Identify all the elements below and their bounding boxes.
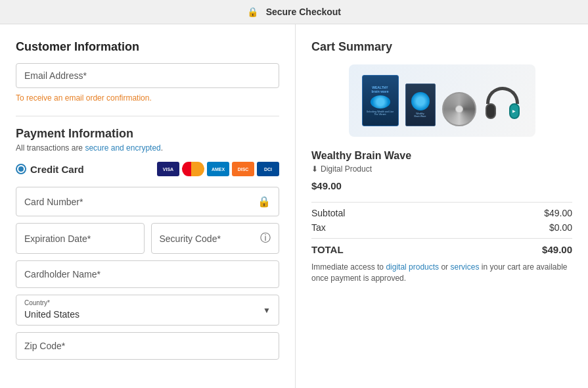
diners-logo: DCI [257,162,279,176]
country-wrapper[interactable]: Country* United States Canada United Kin… [16,295,279,326]
tax-label: Tax [311,222,326,233]
card-number-input[interactable] [24,197,258,207]
email-field-wrapper[interactable] [16,63,279,88]
total-row: TOTAL $49.00 [311,244,572,255]
amex-logo: AMEX [207,162,229,176]
lock-icon: 🔒 [247,7,258,17]
card-lock-icon: 🔒 [258,195,271,208]
digital-badge: ⬇ Digital Product [311,164,572,174]
card-logos: VISA AMEX DISC DCI [157,162,279,176]
secure-text: All transactions are secure and encrypte… [16,143,279,153]
left-panel: Customer Information To receive an email… [0,24,296,388]
section-divider [16,116,279,116]
top-bar: 🔒 Secure Checkout [0,0,588,24]
cd-center [455,105,463,113]
country-select[interactable]: United States Canada United Kingdom [24,306,271,325]
zip-field[interactable] [16,332,279,360]
book-main: WEALTHYbrain wave Unlocking Wealth and L… [362,75,399,126]
expiration-input[interactable] [24,233,136,244]
total-value: $49.00 [542,244,572,255]
headphone-left-cup [486,103,496,119]
payment-title: Payment Information [16,127,279,141]
book-subtitle: Unlocking Wealth and Live The Vibrant [365,110,396,116]
subtotal-label: Subtotal [311,208,345,218]
note-mid: or [439,262,450,272]
product-name: Wealthy Brain Wave [311,150,572,162]
headphone-right-cup: ▶ [509,103,520,119]
tax-value: $0.00 [549,222,572,233]
summary-divider-2 [311,238,572,239]
download-icon: ⬇ [311,164,318,174]
note-prefix: Immediate access to [311,262,386,272]
headphone-band [486,87,519,104]
exp-security-row: ⓘ [16,223,279,254]
secure-suffix: . [161,143,163,153]
right-panel: Cart Summary WEALTHYbrain wave Unlocking… [296,24,588,388]
headphone-display: ▶ [512,109,516,113]
product-type-label: Digital Product [321,164,372,174]
payment-method-row: Credit Card VISA AMEX DISC DCI [16,162,279,176]
book-spine-image [411,92,430,110]
country-label: Country* [24,295,271,306]
headphones: ▶ [483,87,522,126]
summary-note: Immediate access to digital products or … [311,262,572,284]
total-label: TOTAL [311,244,344,255]
security-field[interactable]: ⓘ [151,223,280,254]
customer-title: Customer Information [16,40,279,54]
credit-card-label: Credit Card [30,164,84,175]
zip-input[interactable] [24,341,271,351]
email-input[interactable] [24,70,271,81]
summary-divider-1 [311,202,572,203]
product-image-area: WEALTHYbrain wave Unlocking Wealth and L… [311,64,572,137]
book-title-text: WEALTHYbrain wave [372,85,389,93]
payment-section: Payment Information All transactions are… [16,127,279,360]
tax-row: Tax $0.00 [311,222,572,233]
discover-logo: DISC [232,162,254,176]
security-info-icon[interactable]: ⓘ [260,231,271,245]
email-helper-text: To receive an email order confirmation. [16,93,279,103]
card-number-field[interactable]: 🔒 [16,187,279,216]
headphone-cups: ▶ [483,103,522,119]
mastercard-logo [182,162,204,176]
cardholder-input[interactable] [24,269,271,279]
credit-card-radio-label[interactable]: Credit Card [16,164,84,175]
security-input[interactable] [160,233,261,244]
visa-logo: VISA [157,162,179,176]
book-spine: WealthyBrain Wave [405,84,436,126]
cd-disc [442,92,476,126]
note-link-digital[interactable]: digital products [386,262,439,272]
customer-section: Customer Information To receive an email… [16,40,279,103]
secure-prefix: All transactions are [16,143,85,153]
expiration-field[interactable] [16,223,145,254]
cardholder-field[interactable] [16,260,279,288]
secure-link[interactable]: secure and encrypted [85,143,160,153]
radio-inner [18,166,24,172]
subtotal-value: $49.00 [544,208,572,218]
top-bar-title: Secure Checkout [266,7,341,17]
book-spine-text: WealthyBrain Wave [415,112,426,118]
cart-title: Cart Summary [311,40,572,54]
subtotal-row: Subtotal $49.00 [311,208,572,218]
note-link-services[interactable]: services [450,262,479,272]
book-brain-image [371,95,390,109]
credit-card-radio-btn[interactable] [16,164,26,174]
product-price: $49.00 [311,180,572,191]
